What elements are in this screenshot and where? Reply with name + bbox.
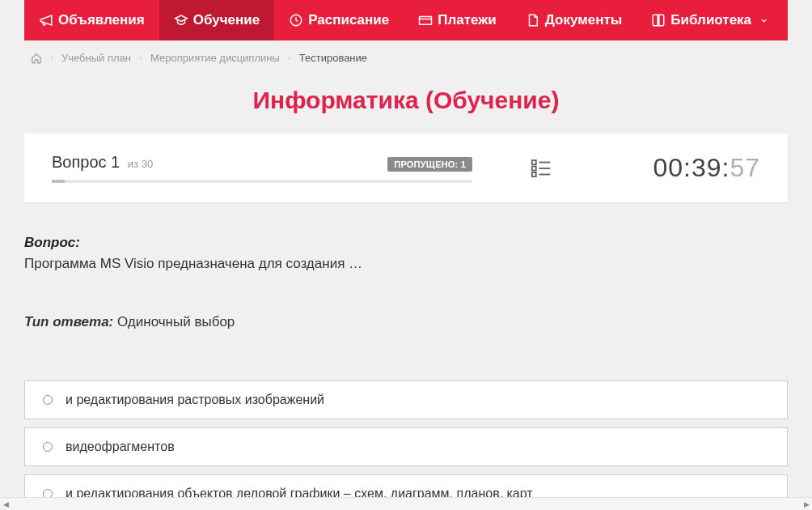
radio-icon (43, 395, 53, 405)
scroll-left-icon[interactable]: ◀ (2, 500, 10, 508)
page-title: Информатика (Обучение) (0, 87, 812, 114)
question-text: Программа MS Visio предназначена для соз… (24, 256, 788, 272)
answer-option[interactable]: видеофрагментов (24, 427, 788, 466)
breadcrumb-current: Тестирование (299, 52, 367, 64)
nav-label: Библиотека (670, 12, 751, 28)
breadcrumb: Учебный план Мероприятие дисциплины Тест… (24, 40, 788, 75)
option-text: и редактирования растровых изображений (66, 393, 324, 407)
option-text: и редактирования объектов деловой график… (66, 487, 533, 497)
svg-rect-2 (532, 160, 536, 164)
main-scroll[interactable]: Объявления Обучение Расписание Платежи Д… (0, 0, 812, 497)
nav-label: Документы (545, 12, 623, 28)
question-total: из 30 (128, 158, 153, 170)
svg-rect-1 (420, 17, 432, 25)
nav-schedule[interactable]: Расписание (274, 0, 404, 40)
nav-education[interactable]: Обучение (159, 0, 274, 40)
nav-label: Расписание (308, 12, 389, 28)
nav-library[interactable]: Библиотека (636, 0, 783, 40)
question-num: 1 (111, 153, 120, 171)
home-icon[interactable] (31, 53, 42, 64)
horizontal-scrollbar[interactable]: ◀ ▶ (0, 497, 812, 510)
answer-option[interactable]: и редактирования объектов деловой график… (24, 474, 788, 497)
nav-announcements[interactable]: Объявления (24, 0, 159, 40)
radio-icon (43, 442, 53, 452)
book-icon (651, 13, 666, 28)
nav-label: Обучение (193, 12, 260, 28)
option-text: видеофрагментов (66, 440, 175, 454)
nav-documents[interactable]: Документы (511, 0, 637, 40)
progress-fill (52, 180, 65, 183)
question-list-button[interactable] (529, 156, 553, 181)
answer-option[interactable]: и редактирования растровых изображений (24, 380, 788, 419)
svg-rect-4 (532, 172, 536, 176)
card-icon (418, 13, 433, 28)
nav-label: Платежи (438, 12, 497, 28)
document-icon (526, 13, 540, 28)
radio-icon (43, 489, 53, 497)
nav-label: Объявления (58, 12, 145, 28)
question-number-label: Вопрос 1 (52, 153, 125, 171)
question-prefix: Вопрос (52, 153, 107, 171)
svg-rect-3 (532, 166, 536, 170)
breadcrumb-link-event[interactable]: Мероприятие дисциплины (150, 52, 280, 64)
top-nav: Объявления Обучение Расписание Платежи Д… (24, 0, 788, 40)
question-progress-block: Вопрос 1 из 30 ПРОПУЩЕНО: 1 (52, 153, 472, 183)
status-panel: Вопрос 1 из 30 ПРОПУЩЕНО: 1 (24, 134, 788, 202)
clock-icon (289, 13, 303, 28)
timer-seconds: 57 (730, 153, 760, 182)
scroll-right-icon[interactable]: ▶ (802, 500, 810, 508)
chevron-right-icon (286, 55, 293, 62)
timer: 00:39:57 (653, 153, 760, 183)
chevron-down-icon (759, 16, 768, 25)
progress-bar (52, 180, 472, 183)
breadcrumb-link-plan[interactable]: Учебный план (61, 52, 131, 64)
megaphone-icon (39, 13, 53, 28)
answer-type-label: Тип ответа: (24, 314, 113, 329)
nav-payments[interactable]: Платежи (404, 0, 511, 40)
timer-main: 00:39: (653, 153, 730, 182)
question-body: Вопрос: Программа MS Visio предназначена… (24, 235, 788, 330)
chevron-right-icon (49, 55, 55, 62)
skipped-badge: ПРОПУЩЕНО: 1 (387, 157, 472, 172)
answer-type-value: Одиночный выбор (117, 314, 235, 329)
graduation-icon (174, 13, 188, 28)
chevron-right-icon (137, 55, 144, 62)
answer-options: и редактирования растровых изображений в… (24, 380, 788, 497)
question-label: Вопрос: (24, 235, 788, 251)
